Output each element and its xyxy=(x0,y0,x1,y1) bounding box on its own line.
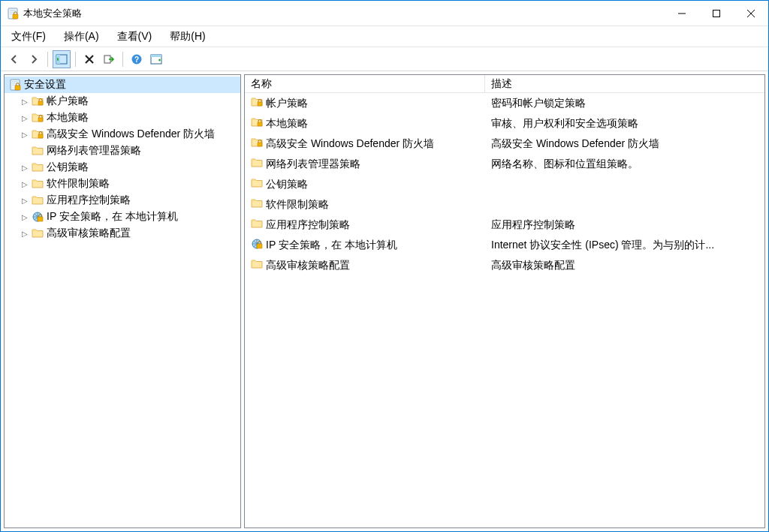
tree-root-label: 安全设置 xyxy=(24,78,66,92)
folder-icon xyxy=(32,227,44,239)
toolbar: ? xyxy=(1,47,768,71)
folder-icon xyxy=(32,145,44,157)
menu-action[interactable]: 操作(A) xyxy=(61,29,102,45)
tree-item-label: 网络列表管理器策略 xyxy=(47,144,141,158)
app-icon xyxy=(7,8,19,20)
list-row[interactable]: 本地策略审核、用户权利和安全选项策略 xyxy=(245,113,764,134)
tree-item-label: 高级安全 Windows Defender 防火墙 xyxy=(47,128,215,141)
tree-item-label: IP 安全策略，在 本地计算机 xyxy=(47,210,178,224)
close-button[interactable] xyxy=(734,2,768,26)
tree-item[interactable]: ▷本地策略 xyxy=(17,110,240,126)
tree-panel[interactable]: 安全设置 ▷帐户策略▷本地策略▷高级安全 Windows Defender 防火… xyxy=(4,74,241,528)
svg-text:?: ? xyxy=(134,56,139,64)
content-area: 安全设置 ▷帐户策略▷本地策略▷高级安全 Windows Defender 防火… xyxy=(1,71,768,531)
row-description: Internet 协议安全性 (IPsec) 管理。为与别的计... xyxy=(485,239,764,252)
svg-rect-15 xyxy=(151,55,161,57)
maximize-button[interactable] xyxy=(699,2,734,26)
expand-icon[interactable]: ▷ xyxy=(20,179,30,189)
tree-item[interactable]: ▷帐户策略 xyxy=(17,93,240,110)
tree-item[interactable]: 网络列表管理器策略 xyxy=(17,143,240,159)
titlebar: 本地安全策略 xyxy=(1,1,768,26)
folder-icon xyxy=(251,197,263,212)
expand-icon[interactable]: ▷ xyxy=(20,162,30,173)
folder-lock-icon xyxy=(32,112,44,124)
tree-item[interactable]: ▷公钥策略 xyxy=(17,159,240,176)
menu-help[interactable]: 帮助(H) xyxy=(167,29,208,45)
folder-icon xyxy=(32,178,44,190)
tree-item-label: 应用程序控制策略 xyxy=(47,194,131,207)
window-title: 本地安全策略 xyxy=(23,7,665,20)
list-row[interactable]: IP 安全策略，在 本地计算机Internet 协议安全性 (IPsec) 管理… xyxy=(245,235,764,255)
expand-icon[interactable]: ▷ xyxy=(20,212,30,222)
expand-icon[interactable]: ▷ xyxy=(20,113,30,123)
tree-item[interactable]: ▷软件限制策略 xyxy=(17,176,240,192)
minimize-button[interactable] xyxy=(665,2,699,26)
tree-item-label: 高级审核策略配置 xyxy=(47,227,131,240)
tree-item[interactable]: ▷高级安全 Windows Defender 防火墙 xyxy=(17,126,240,143)
menubar: 文件(F) 操作(A) 查看(V) 帮助(H) xyxy=(1,26,768,47)
list-row[interactable]: 软件限制策略 xyxy=(245,194,764,215)
toolbar-separator xyxy=(75,52,76,67)
list-panel[interactable]: 名称 描述 帐户策略密码和帐户锁定策略本地策略审核、用户权利和安全选项策略高级安… xyxy=(244,74,765,528)
properties-button[interactable] xyxy=(147,50,165,68)
export-button[interactable] xyxy=(100,50,118,68)
security-icon xyxy=(9,79,21,91)
folder-icon xyxy=(251,157,263,171)
column-name[interactable]: 名称 xyxy=(245,75,485,92)
folder-icon xyxy=(32,194,44,206)
forward-button[interactable] xyxy=(25,50,43,68)
list-row[interactable]: 网络列表管理器策略网络名称、图标和位置组策略。 xyxy=(245,154,764,174)
menu-file[interactable]: 文件(F) xyxy=(8,29,49,45)
column-description[interactable]: 描述 xyxy=(485,75,764,92)
folder-lock-icon xyxy=(32,95,44,107)
row-name-label: 高级审核策略配置 xyxy=(266,259,350,272)
list-row[interactable]: 高级审核策略配置高级审核策略配置 xyxy=(245,255,764,275)
row-name-label: 高级安全 Windows Defender 防火墙 xyxy=(266,137,434,151)
expand-icon[interactable]: ▷ xyxy=(20,129,30,140)
toolbar-separator xyxy=(122,52,123,67)
row-name-label: 本地策略 xyxy=(266,117,308,131)
ipsec-icon xyxy=(251,238,263,252)
back-button[interactable] xyxy=(5,50,23,68)
folder-icon xyxy=(251,177,263,191)
folder-icon xyxy=(32,161,44,173)
list-row[interactable]: 公钥策略 xyxy=(245,174,764,194)
expand-icon[interactable]: ▷ xyxy=(20,195,30,206)
row-name-label: 公钥策略 xyxy=(266,178,308,191)
tree-item-label: 本地策略 xyxy=(47,111,89,125)
list-header: 名称 描述 xyxy=(245,75,764,93)
folder-lock-icon xyxy=(251,137,263,151)
help-button[interactable]: ? xyxy=(128,50,146,68)
tree-item-label: 软件限制策略 xyxy=(47,177,110,191)
ipsec-icon xyxy=(32,211,44,223)
folder-lock-icon xyxy=(251,116,263,131)
folder-icon xyxy=(251,258,263,272)
folder-icon xyxy=(251,218,263,232)
list-row[interactable]: 帐户策略密码和帐户锁定策略 xyxy=(245,93,764,113)
menu-view[interactable]: 查看(V) xyxy=(114,29,155,45)
tree-item-label: 公钥策略 xyxy=(47,161,89,174)
show-hide-tree-button[interactable] xyxy=(53,50,71,68)
window-controls xyxy=(665,2,768,26)
list-row[interactable]: 应用程序控制策略应用程序控制策略 xyxy=(245,215,764,235)
tree-root-security-settings[interactable]: 安全设置 xyxy=(5,77,240,93)
row-name-label: 应用程序控制策略 xyxy=(266,218,350,232)
expand-spacer xyxy=(20,146,30,156)
row-description: 高级审核策略配置 xyxy=(485,259,764,272)
tree-item[interactable]: ▷IP 安全策略，在 本地计算机 xyxy=(17,209,240,225)
tree-item-label: 帐户策略 xyxy=(47,95,89,108)
row-description: 高级安全 Windows Defender 防火墙 xyxy=(485,137,764,151)
expand-icon[interactable]: ▷ xyxy=(20,228,30,239)
tree-item[interactable]: ▷高级审核策略配置 xyxy=(17,225,240,242)
row-description: 密码和帐户锁定策略 xyxy=(485,97,764,110)
row-name-label: 网络列表管理器策略 xyxy=(266,158,360,171)
row-description: 网络名称、图标和位置组策略。 xyxy=(485,158,764,171)
expand-icon[interactable]: ▷ xyxy=(20,96,30,107)
folder-lock-icon xyxy=(251,96,263,110)
row-description: 审核、用户权利和安全选项策略 xyxy=(485,117,764,131)
delete-button[interactable] xyxy=(80,50,98,68)
list-row[interactable]: 高级安全 Windows Defender 防火墙高级安全 Windows De… xyxy=(245,134,764,154)
tree-item[interactable]: ▷应用程序控制策略 xyxy=(17,192,240,209)
row-name-label: 软件限制策略 xyxy=(266,198,329,212)
row-name-label: 帐户策略 xyxy=(266,97,308,110)
